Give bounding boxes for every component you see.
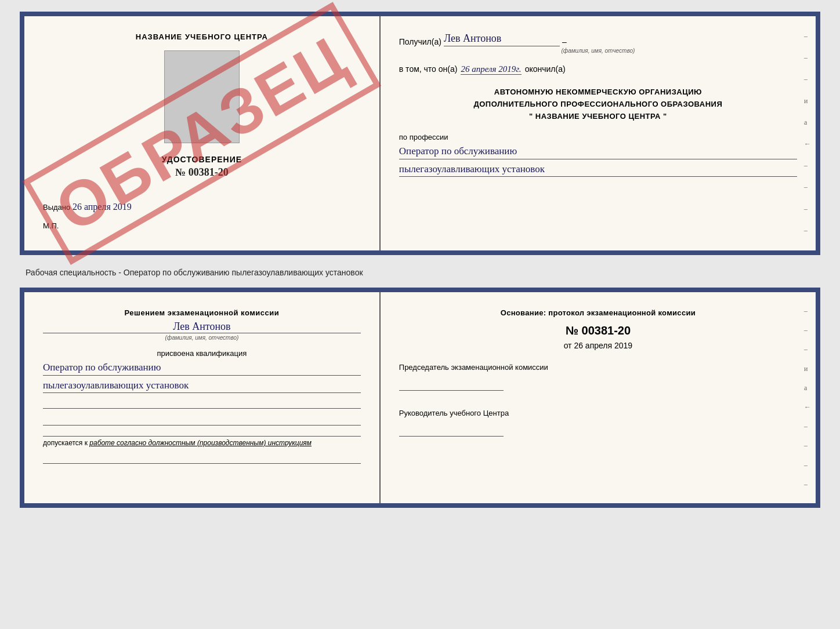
okonchil-label: окончил(а) xyxy=(525,64,566,74)
po-professii-label: по профессии xyxy=(399,133,448,141)
mp-line: М.П. xyxy=(43,221,361,230)
signature-line-1 xyxy=(43,398,361,409)
po-professii-block: по профессии Оператор по обслуживанию пы… xyxy=(399,133,797,177)
recipient-name-top: Лев Антонов xyxy=(444,32,560,46)
dopuskaetsya-text: работе согласно должностным (производств… xyxy=(89,439,312,447)
ot-label: от xyxy=(564,341,572,350)
osnovanie-title: Основание: протокол экзаменационной коми… xyxy=(399,308,797,317)
rukovoditel-block: Руководитель учебного Центра xyxy=(399,408,797,439)
signature-line-3 xyxy=(43,453,361,464)
cert-bottom-right: Основание: протокол экзаменационной коми… xyxy=(381,292,816,503)
predsedatel-signature-line xyxy=(399,377,504,391)
predsedatel-block: Председатель экзаменационной комиссии xyxy=(399,362,797,394)
org-name-line: " НАЗВАНИЕ УЧЕБНОГО ЦЕНТРА " xyxy=(399,111,797,123)
predsedatel-label: Председатель экзаменационной комиссии xyxy=(399,362,797,373)
rukovoditel-label: Руководитель учебного Центра xyxy=(399,408,797,419)
prisvoena-label: присвоена квалификация xyxy=(43,349,361,358)
fio-hint-bottom: (фамилия, имя, отчество) xyxy=(43,335,361,341)
org-line2: ДОПОЛНИТЕЛЬНОГО ПРОФЕССИОНАЛЬНОГО ОБРАЗО… xyxy=(399,99,797,111)
org-quote-open: " xyxy=(529,112,533,121)
poluchil-line: Получил(а) Лев Антонов – xyxy=(399,32,797,46)
fio-hint-top: (фамилия, имя, отчество) xyxy=(399,48,797,54)
certificate-bottom: Решением экзаменационной комиссии Лев Ан… xyxy=(20,288,820,508)
cert-top-right: Получил(а) Лев Антонов – (фамилия, имя, … xyxy=(381,16,816,250)
org-line1: АВТОНОМНУЮ НЕКОММЕРЧЕСКУЮ ОРГАНИЗАЦИЮ xyxy=(399,86,797,99)
right-dashes-bottom: – – – и а ← – – – – xyxy=(804,292,811,503)
ot-date-value: 26 апреля 2019 xyxy=(574,341,632,350)
poluchil-label: Получил(а) xyxy=(399,37,441,46)
rukovoditel-signature-line xyxy=(399,423,504,437)
resheniyem-title: Решением экзаменационной комиссии xyxy=(43,308,361,317)
udostoverenie-number: № 00381-20 xyxy=(43,166,361,179)
profession-line1: Оператор по обслуживанию xyxy=(399,144,797,159)
org-block: АВТОНОМНУЮ НЕКОММЕРЧЕСКУЮ ОРГАНИЗАЦИЮ ДО… xyxy=(399,86,797,122)
cert-top-left: НАЗВАНИЕ УЧЕБНОГО ЦЕНТРА ОБРАЗЕЦ УДОСТОВ… xyxy=(24,16,381,250)
profession-line2: пылегазоулавливающих установок xyxy=(399,162,797,177)
school-title-top: НАЗВАНИЕ УЧЕБНОГО ЦЕНТРА xyxy=(43,32,361,41)
org-quote-close: " xyxy=(663,112,667,121)
certificate-top: НАЗВАНИЕ УЧЕБНОГО ЦЕНТРА ОБРАЗЕЦ УДОСТОВ… xyxy=(20,12,820,255)
vydano-date: 26 апреля 2019 xyxy=(73,202,132,212)
signature-line-2 xyxy=(43,415,361,426)
udostoverenie-title: УДОСТОВЕРЕНИЕ xyxy=(43,155,361,164)
vtom-line: в том, что он(а) 26 апреля 2019г. окончи… xyxy=(399,64,797,75)
cert-bottom-left: Решением экзаменационной комиссии Лев Ан… xyxy=(24,292,381,503)
kval-line1: Оператор по обслуживанию xyxy=(43,360,361,376)
vydano-line: Выдано 26 апреля 2019 xyxy=(43,202,361,212)
vtom-label: в том, что он(а) xyxy=(399,64,458,74)
vydano-label: Выдано xyxy=(43,203,70,212)
ot-date: от 26 апреля 2019 xyxy=(399,341,797,350)
udostoverenie-block: УДОСТОВЕРЕНИЕ № 00381-20 xyxy=(43,155,361,179)
kval-line2: пылегазоулавливающих установок xyxy=(43,378,361,394)
org-name: НАЗВАНИЕ УЧЕБНОГО ЦЕНТРА xyxy=(535,112,661,121)
dopuskaetsya-label: допускается к xyxy=(43,439,88,447)
document-wrapper: НАЗВАНИЕ УЧЕБНОГО ЦЕНТРА ОБРАЗЕЦ УДОСТОВ… xyxy=(20,12,820,508)
separator-label: Рабочая специальность - Оператор по обсл… xyxy=(20,264,820,278)
protocol-number: № 00381-20 xyxy=(399,324,797,337)
right-dashes: – – – и а ← – – – – xyxy=(804,16,811,250)
photo-placeholder xyxy=(164,50,240,143)
dopuskaetsya-block: допускается к работе согласно должностны… xyxy=(43,436,361,447)
vtom-date: 26 апреля 2019г. xyxy=(461,64,521,75)
recipient-name-bottom: Лев Антонов xyxy=(43,321,361,333)
